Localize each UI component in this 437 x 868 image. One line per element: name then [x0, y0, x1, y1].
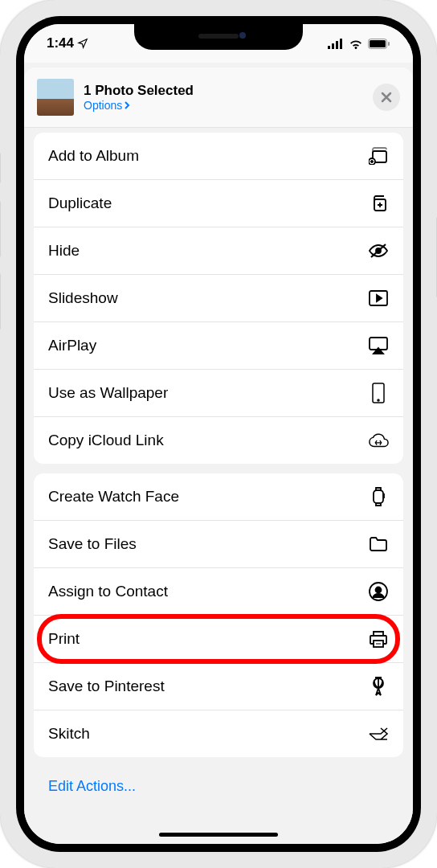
svg-point-17	[376, 588, 382, 593]
svg-point-14	[378, 399, 379, 401]
action-group-2: Create Watch Face Save to Files	[34, 473, 403, 757]
airplay-icon	[368, 335, 389, 356]
action-watch-face[interactable]: Create Watch Face	[34, 473, 403, 521]
status-time: 1:44	[47, 35, 74, 51]
edit-actions-button[interactable]: Edit Actions...	[34, 767, 403, 806]
share-title: 1 Photo Selected	[84, 83, 363, 99]
action-label: Add to Album	[48, 147, 139, 165]
volume-up	[0, 201, 1, 257]
location-arrow-icon	[77, 38, 88, 49]
action-label: AirPlay	[48, 337, 96, 354]
printer-icon	[368, 628, 389, 649]
contact-icon	[368, 581, 389, 602]
svg-rect-2	[336, 41, 338, 49]
action-label: Hide	[48, 242, 80, 260]
svg-rect-0	[328, 46, 330, 49]
action-label: Skitch	[48, 725, 90, 743]
watch-icon	[368, 486, 389, 507]
action-hide[interactable]: Hide	[34, 227, 403, 275]
duplicate-icon	[368, 193, 389, 214]
folder-icon	[368, 534, 389, 555]
battery-icon	[368, 39, 390, 49]
icloud-link-icon	[368, 430, 389, 451]
share-header: 1 Photo Selected Options	[24, 68, 413, 128]
action-print[interactable]: Print	[34, 616, 403, 663]
play-icon	[368, 288, 389, 309]
wifi-icon	[349, 39, 363, 49]
phone-frame: 1:44 1 Photo Selected Options	[0, 0, 437, 868]
svg-rect-6	[388, 42, 390, 46]
close-icon	[381, 92, 392, 103]
volume-down	[0, 273, 1, 330]
action-icloud-link[interactable]: Copy iCloud Link	[34, 417, 403, 464]
action-skitch[interactable]: Skitch	[34, 710, 403, 757]
action-pinterest[interactable]: Save to Pinterest	[34, 663, 403, 710]
action-group-1: Add to Album Duplicate Hid	[34, 133, 403, 464]
cellular-signal-icon	[328, 39, 344, 49]
close-button[interactable]	[373, 84, 400, 111]
photo-thumbnail[interactable]	[37, 79, 74, 116]
action-label: Print	[48, 630, 80, 648]
action-save-files[interactable]: Save to Files	[34, 521, 403, 568]
home-indicator[interactable]	[159, 833, 278, 837]
hide-icon	[368, 240, 389, 261]
action-label: Create Watch Face	[48, 488, 179, 506]
highlight-annotation	[37, 614, 400, 664]
options-label: Options	[84, 99, 122, 112]
action-label: Duplicate	[48, 194, 112, 212]
svg-rect-3	[340, 39, 342, 49]
action-label: Slideshow	[48, 289, 118, 307]
action-label: Save to Files	[48, 535, 137, 553]
action-label: Use as Wallpaper	[48, 384, 168, 402]
svg-rect-15	[374, 490, 383, 503]
options-button[interactable]: Options	[84, 99, 363, 112]
action-label: Assign to Contact	[48, 583, 168, 600]
action-slideshow[interactable]: Slideshow	[34, 275, 403, 322]
svg-rect-1	[332, 43, 334, 49]
wallpaper-icon	[368, 383, 389, 403]
action-assign-contact[interactable]: Assign to Contact	[34, 568, 403, 616]
skitch-icon	[368, 723, 389, 744]
action-add-to-album[interactable]: Add to Album	[34, 133, 403, 180]
action-duplicate[interactable]: Duplicate	[34, 180, 403, 227]
pin-icon	[368, 676, 389, 697]
action-airplay[interactable]: AirPlay	[34, 322, 403, 370]
album-add-icon	[368, 145, 389, 166]
chevron-right-icon	[124, 101, 130, 109]
action-label: Copy iCloud Link	[48, 432, 164, 449]
action-wallpaper[interactable]: Use as Wallpaper	[34, 370, 403, 417]
svg-rect-5	[370, 40, 386, 47]
notch	[134, 24, 303, 50]
mute-switch	[0, 153, 1, 183]
action-label: Save to Pinterest	[48, 678, 165, 695]
